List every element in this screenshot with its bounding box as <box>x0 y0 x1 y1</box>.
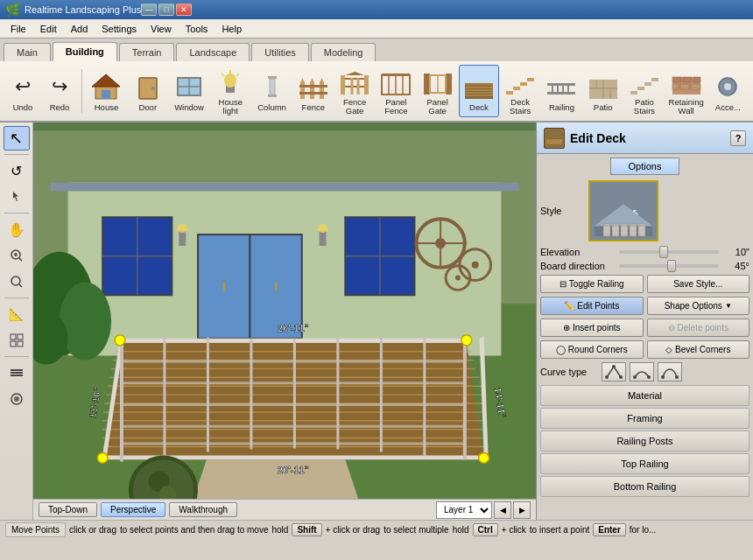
main-area: ↖ ↺ ✋ 📐 <box>0 122 753 520</box>
view-topdown[interactable]: Top-Down <box>39 502 97 517</box>
toggle-railing-button[interactable]: ⊟ Toggle Railing <box>540 275 644 293</box>
view-perspective[interactable]: Perspective <box>101 502 165 517</box>
tab-terrain[interactable]: Terrain <box>119 43 175 61</box>
svg-rect-15 <box>268 94 277 97</box>
svg-point-114 <box>455 276 461 281</box>
tool-deck[interactable]: Deck <box>459 65 498 117</box>
tool-railing[interactable]: Railing <box>542 65 581 117</box>
panel-gate-icon <box>422 66 454 98</box>
panel-help-button[interactable]: ? <box>730 130 746 146</box>
board-direction-handle[interactable] <box>667 260 676 272</box>
tool-pick[interactable] <box>4 185 30 209</box>
tool-house[interactable]: House <box>87 65 126 117</box>
svg-rect-17 <box>310 81 314 99</box>
curve-type-2[interactable] <box>630 362 654 382</box>
style-label: Style <box>540 206 588 216</box>
tool-patio-stairs[interactable]: PatioStairs <box>624 65 664 117</box>
svg-line-75 <box>19 258 22 261</box>
tab-landscape[interactable]: Landscape <box>176 43 250 61</box>
tool-grid-view[interactable] <box>4 328 30 353</box>
tab-modeling[interactable]: Modeling <box>311 43 376 61</box>
status-for-lo: for lo... <box>630 525 657 535</box>
menu-settings[interactable]: Settings <box>95 22 144 36</box>
tool-panel-fence[interactable]: PanelFence <box>376 65 416 117</box>
menu-tools[interactable]: Tools <box>179 22 215 36</box>
left-toolbar: ↖ ↺ ✋ 📐 <box>0 122 33 520</box>
layer-next-button[interactable]: ▶ <box>513 501 531 519</box>
svg-marker-30 <box>345 72 364 75</box>
patio-icon <box>588 71 619 102</box>
style-preview[interactable]: ↖ <box>588 180 658 242</box>
bevel-corners-button[interactable]: ◇ Bevel Corners <box>647 340 750 359</box>
delete-points-button[interactable]: ⊖ Delete points <box>647 318 750 337</box>
tool-fence-gate[interactable]: FenceGate <box>334 65 374 117</box>
layer-select[interactable]: Layer 1 <box>436 501 492 519</box>
shape-options-button[interactable]: Shape Options ▼ <box>647 297 750 315</box>
tool-orbit[interactable]: ↺ <box>4 158 30 183</box>
tool-zoom-rect[interactable] <box>4 243 30 268</box>
tool-panel-gate[interactable]: PanelGate <box>418 65 457 117</box>
svg-rect-62 <box>637 87 644 90</box>
tool-accessories[interactable]: Acce... <box>708 65 748 117</box>
svg-point-180 <box>619 375 623 379</box>
elevation-slider[interactable] <box>619 250 719 254</box>
layer-prev-button[interactable]: ◀ <box>494 501 511 519</box>
tool-hand[interactable]: ✋ <box>4 217 30 242</box>
maximize-button[interactable]: □ <box>158 4 174 16</box>
elevation-value: 10" <box>719 247 749 257</box>
tool-select[interactable]: ↖ <box>4 126 30 150</box>
tool-house-light[interactable]: Houselight <box>211 65 250 117</box>
edit-points-button[interactable]: ✏️ Edit Points <box>540 297 644 315</box>
menu-help[interactable]: Help <box>215 22 249 36</box>
svg-point-179 <box>612 365 616 368</box>
svg-rect-48 <box>520 82 527 86</box>
left-sep-3 <box>4 298 29 298</box>
view-walkthrough[interactable]: Walkthrough <box>169 502 237 517</box>
curve-type-3[interactable] <box>658 362 682 382</box>
svg-point-106 <box>318 224 328 233</box>
top-railing-section[interactable]: Top Railing <box>540 453 749 474</box>
tab-main[interactable]: Main <box>4 43 51 61</box>
railing-style-row: ⊟ Toggle Railing Save Style... <box>540 275 749 293</box>
tool-deck-stairs[interactable]: DeckStairs <box>501 65 540 117</box>
tool-window[interactable]: Window <box>169 65 208 117</box>
elevation-row: Elevation 10" <box>540 247 749 257</box>
menu-add[interactable]: Add <box>64 22 95 36</box>
minimize-button[interactable]: — <box>141 4 157 16</box>
menu-view[interactable]: View <box>144 22 179 36</box>
board-direction-slider[interactable] <box>619 264 719 268</box>
tool-render[interactable] <box>4 387 30 411</box>
svg-rect-22 <box>299 85 327 88</box>
tool-column[interactable]: Column <box>252 65 292 117</box>
tool-fence[interactable]: Fence <box>293 65 333 117</box>
tool-retaining-wall[interactable]: RetainingWall <box>666 65 707 117</box>
tool-measure[interactable]: 📐 <box>4 302 30 326</box>
material-section[interactable]: Material <box>540 385 749 406</box>
tool-patio[interactable]: Patio <box>583 65 623 117</box>
save-style-button[interactable]: Save Style... <box>647 275 750 293</box>
menu-edit[interactable]: Edit <box>33 22 64 36</box>
insert-points-button[interactable]: ⊕ Insert points <box>540 318 644 337</box>
elevation-slider-handle[interactable] <box>659 246 668 258</box>
undo-button[interactable]: ↩ Undo <box>5 65 40 117</box>
framing-section[interactable]: Framing <box>540 408 749 429</box>
corners-row: ◯ Round Corners ◇ Bevel Corners <box>540 340 749 359</box>
tab-building[interactable]: Building <box>53 42 117 61</box>
svg-point-182 <box>647 375 651 379</box>
svg-rect-82 <box>11 341 16 346</box>
curve-type-1[interactable] <box>602 362 626 382</box>
tool-door[interactable]: Door <box>128 65 167 117</box>
panel-tab-options[interactable]: Options <box>610 158 680 175</box>
redo-button[interactable]: ↪ Redo <box>42 65 77 117</box>
board-direction-label: Board direction <box>540 261 619 271</box>
canvas-area[interactable]: 20'-11" 11'-10" 14'-11" 20'-11" Top-Down… <box>33 122 536 520</box>
close-button[interactable]: ✕ <box>176 4 192 16</box>
round-corners-button[interactable]: ◯ Round Corners <box>540 340 644 359</box>
bottom-railing-section[interactable]: Bottom Railing <box>540 476 749 497</box>
railing-posts-section[interactable]: Railing Posts <box>540 430 749 452</box>
tab-utilities[interactable]: Utilities <box>251 43 308 61</box>
menubar: File Edit Add Settings View Tools Help <box>0 19 753 38</box>
tool-zoom-window[interactable] <box>4 270 30 294</box>
tool-layers-view[interactable] <box>4 360 30 385</box>
menu-file[interactable]: File <box>4 22 33 36</box>
